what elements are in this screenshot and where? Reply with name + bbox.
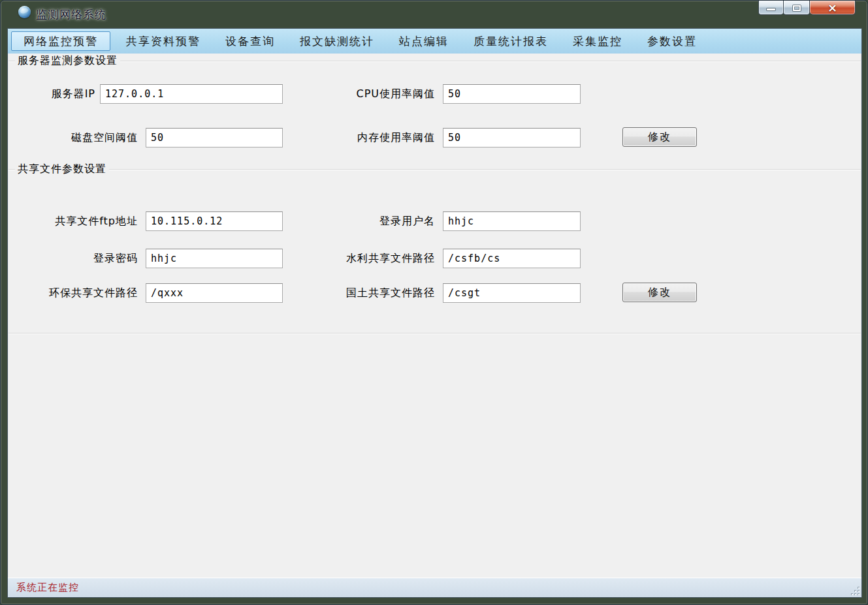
env-share-path-input[interactable] [146, 283, 283, 303]
tab-label: 共享资料预警 [126, 34, 201, 49]
maximize-icon [793, 5, 801, 11]
close-icon: × [828, 2, 837, 14]
water-share-path-label: 水利共享文件路径 [322, 252, 435, 266]
tab-station-edit[interactable]: 站点编辑 [390, 31, 458, 51]
minimize-icon [767, 8, 775, 10]
ftp-address-input[interactable] [146, 211, 283, 231]
disk-threshold-label: 磁盘空间阈值 [20, 131, 138, 145]
app-window: 监测网络系统 × 网络监控预警 共享资料预警 设备查询 报文缺测统计 站点编辑 … [0, 0, 868, 605]
server-modify-button[interactable]: 修改 [622, 127, 697, 147]
login-password-input[interactable] [146, 249, 283, 268]
cpu-threshold-input[interactable] [443, 84, 581, 104]
tab-label: 采集监控 [573, 34, 622, 49]
groupbox-divider [8, 333, 861, 334]
title-bar[interactable]: 监测网络系统 × [1, 1, 867, 28]
env-share-path-label: 环保共享文件路径 [20, 287, 138, 300]
login-username-label: 登录用户名 [322, 215, 435, 228]
tab-label: 质量统计报表 [474, 34, 548, 49]
maximize-button[interactable] [783, 1, 810, 15]
memory-threshold-label: 内存使用率阈值 [322, 131, 435, 145]
tab-label: 参数设置 [647, 34, 697, 49]
status-bar: 系统正在监控 [8, 578, 861, 597]
tab-quality-report[interactable]: 质量统计报表 [464, 31, 557, 51]
status-text: 系统正在监控 [16, 582, 79, 594]
tab-parameter-settings[interactable]: 参数设置 [638, 31, 706, 51]
server-ip-label: 服务器IP [20, 87, 95, 101]
login-password-label: 登录密码 [20, 252, 138, 266]
share-group-title: 共享文件参数设置 [15, 163, 109, 176]
groupbox-divider [8, 169, 861, 170]
memory-threshold-input[interactable] [443, 128, 581, 147]
server-group-title: 服务器监测参数设置 [15, 54, 120, 68]
land-share-path-input[interactable] [443, 283, 581, 303]
water-share-path-input[interactable] [443, 249, 581, 268]
minimize-button[interactable] [758, 1, 783, 15]
tab-label: 设备查询 [225, 34, 275, 49]
server-ip-input[interactable] [100, 84, 283, 104]
resize-grip-icon[interactable] [850, 585, 860, 596]
tab-network-monitoring-alert[interactable]: 网络监控预警 [11, 31, 110, 51]
tab-label: 站点编辑 [399, 34, 449, 49]
cpu-threshold-label: CPU使用率阈值 [322, 87, 435, 101]
tab-collection-monitor[interactable]: 采集监控 [564, 31, 632, 51]
ftp-address-label: 共享文件ftp地址 [20, 215, 138, 228]
close-button[interactable]: × [810, 1, 856, 15]
tab-device-query[interactable]: 设备查询 [216, 31, 284, 51]
globe-icon [18, 6, 31, 18]
window-title: 监测网络系统 [36, 7, 106, 22]
tab-message-missing-stats[interactable]: 报文缺测统计 [291, 31, 383, 51]
window-controls: × [758, 1, 856, 15]
client-area: 网络监控预警 共享资料预警 设备查询 报文缺测统计 站点编辑 质量统计报表 采集… [7, 28, 862, 598]
content-panel: 服务器监测参数设置 服务器IP CPU使用率阈值 磁盘空间阈值 内存使用率阈值 … [8, 54, 861, 578]
tab-label: 网络监控预警 [24, 34, 98, 49]
disk-threshold-input[interactable] [146, 128, 283, 147]
land-share-path-label: 国土共享文件路径 [322, 287, 435, 300]
tab-shared-data-alert[interactable]: 共享资料预警 [117, 31, 210, 51]
login-username-input[interactable] [443, 211, 581, 231]
tab-bar: 网络监控预警 共享资料预警 设备查询 报文缺测统计 站点编辑 质量统计报表 采集… [8, 29, 861, 54]
groupbox-divider [8, 61, 861, 62]
share-modify-button[interactable]: 修改 [622, 283, 697, 302]
tab-label: 报文缺测统计 [300, 34, 374, 49]
